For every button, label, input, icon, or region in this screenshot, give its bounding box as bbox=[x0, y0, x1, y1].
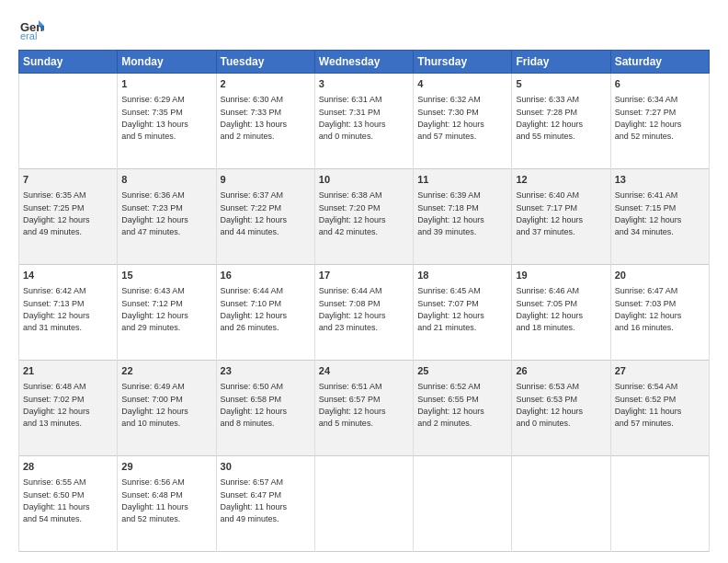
calendar-cell: 5Sunrise: 6:33 AM Sunset: 7:28 PM Daylig… bbox=[512, 74, 610, 169]
page-header: Gen eral bbox=[18, 15, 710, 40]
date-number: 14 bbox=[23, 269, 113, 282]
calendar-cell: 8Sunrise: 6:36 AM Sunset: 7:23 PM Daylig… bbox=[118, 169, 216, 265]
date-number: 23 bbox=[221, 364, 311, 378]
date-number: 2 bbox=[221, 77, 311, 91]
svg-text:eral: eral bbox=[20, 30, 37, 40]
cell-details: Sunrise: 6:55 AM Sunset: 6:50 PM Dayligh… bbox=[23, 477, 90, 523]
date-number: 4 bbox=[417, 77, 507, 91]
logo: Gen eral bbox=[18, 15, 48, 40]
calendar-cell bbox=[610, 456, 709, 552]
cell-details: Sunrise: 6:54 AM Sunset: 6:52 PM Dayligh… bbox=[615, 382, 682, 428]
date-number: 22 bbox=[121, 364, 211, 378]
calendar-cell: 26Sunrise: 6:53 AM Sunset: 6:53 PM Dayli… bbox=[512, 361, 610, 456]
date-number: 1 bbox=[121, 77, 211, 91]
calendar-cell bbox=[414, 456, 512, 552]
calendar-cell bbox=[19, 74, 118, 169]
calendar-cell: 29Sunrise: 6:56 AM Sunset: 6:48 PM Dayli… bbox=[118, 456, 216, 552]
cell-details: Sunrise: 6:34 AM Sunset: 7:27 PM Dayligh… bbox=[615, 95, 682, 141]
calendar-cell: 9Sunrise: 6:37 AM Sunset: 7:22 PM Daylig… bbox=[216, 169, 314, 265]
calendar-cell: 7Sunrise: 6:35 AM Sunset: 7:25 PM Daylig… bbox=[19, 169, 118, 265]
date-number: 29 bbox=[121, 460, 211, 474]
calendar-cell: 19Sunrise: 6:46 AM Sunset: 7:05 PM Dayli… bbox=[512, 265, 610, 361]
col-header-wednesday: Wednesday bbox=[314, 51, 413, 74]
calendar-cell: 25Sunrise: 6:52 AM Sunset: 6:55 PM Dayli… bbox=[414, 361, 512, 456]
date-number: 9 bbox=[221, 173, 311, 187]
cell-details: Sunrise: 6:37 AM Sunset: 7:22 PM Dayligh… bbox=[221, 190, 288, 236]
cell-details: Sunrise: 6:57 AM Sunset: 6:47 PM Dayligh… bbox=[221, 477, 288, 523]
date-number: 5 bbox=[516, 77, 606, 91]
cell-details: Sunrise: 6:40 AM Sunset: 7:17 PM Dayligh… bbox=[516, 190, 583, 236]
cell-details: Sunrise: 6:33 AM Sunset: 7:28 PM Dayligh… bbox=[516, 95, 583, 141]
calendar-cell: 10Sunrise: 6:38 AM Sunset: 7:20 PM Dayli… bbox=[314, 169, 413, 265]
cell-details: Sunrise: 6:46 AM Sunset: 7:05 PM Dayligh… bbox=[516, 286, 583, 332]
cell-details: Sunrise: 6:43 AM Sunset: 7:12 PM Dayligh… bbox=[121, 286, 188, 332]
calendar-cell: 20Sunrise: 6:47 AM Sunset: 7:03 PM Dayli… bbox=[610, 265, 709, 361]
week-row-4: 21Sunrise: 6:48 AM Sunset: 7:02 PM Dayli… bbox=[19, 361, 710, 456]
calendar-cell: 3Sunrise: 6:31 AM Sunset: 7:31 PM Daylig… bbox=[314, 74, 413, 169]
calendar-cell: 23Sunrise: 6:50 AM Sunset: 6:58 PM Dayli… bbox=[216, 361, 314, 456]
cell-details: Sunrise: 6:41 AM Sunset: 7:15 PM Dayligh… bbox=[615, 190, 682, 236]
week-row-3: 14Sunrise: 6:42 AM Sunset: 7:13 PM Dayli… bbox=[19, 265, 710, 361]
cell-details: Sunrise: 6:38 AM Sunset: 7:20 PM Dayligh… bbox=[319, 190, 386, 236]
date-number: 25 bbox=[417, 364, 507, 378]
calendar-cell: 18Sunrise: 6:45 AM Sunset: 7:07 PM Dayli… bbox=[414, 265, 512, 361]
col-header-friday: Friday bbox=[512, 51, 610, 74]
date-number: 12 bbox=[516, 173, 606, 187]
cell-details: Sunrise: 6:51 AM Sunset: 6:57 PM Dayligh… bbox=[319, 382, 386, 428]
calendar-cell: 1Sunrise: 6:29 AM Sunset: 7:35 PM Daylig… bbox=[118, 74, 216, 169]
week-row-1: 1Sunrise: 6:29 AM Sunset: 7:35 PM Daylig… bbox=[19, 74, 710, 169]
col-header-thursday: Thursday bbox=[414, 51, 512, 74]
cell-details: Sunrise: 6:52 AM Sunset: 6:55 PM Dayligh… bbox=[417, 382, 484, 428]
cell-details: Sunrise: 6:32 AM Sunset: 7:30 PM Dayligh… bbox=[417, 95, 484, 141]
calendar-cell: 24Sunrise: 6:51 AM Sunset: 6:57 PM Dayli… bbox=[314, 361, 413, 456]
calendar-table: SundayMondayTuesdayWednesdayThursdayFrid… bbox=[18, 50, 710, 552]
cell-details: Sunrise: 6:39 AM Sunset: 7:18 PM Dayligh… bbox=[417, 190, 484, 236]
date-number: 28 bbox=[23, 460, 113, 474]
date-number: 10 bbox=[319, 173, 409, 187]
date-number: 8 bbox=[121, 173, 211, 187]
calendar-cell: 30Sunrise: 6:57 AM Sunset: 6:47 PM Dayli… bbox=[216, 456, 314, 552]
cell-details: Sunrise: 6:50 AM Sunset: 6:58 PM Dayligh… bbox=[221, 382, 288, 428]
cell-details: Sunrise: 6:44 AM Sunset: 7:10 PM Dayligh… bbox=[221, 286, 288, 332]
logo-icon: Gen eral bbox=[18, 15, 44, 40]
date-number: 24 bbox=[319, 364, 409, 378]
calendar-cell: 22Sunrise: 6:49 AM Sunset: 7:00 PM Dayli… bbox=[118, 361, 216, 456]
date-number: 30 bbox=[221, 460, 311, 474]
header-row: SundayMondayTuesdayWednesdayThursdayFrid… bbox=[19, 51, 710, 74]
date-number: 11 bbox=[417, 173, 507, 187]
calendar-cell: 28Sunrise: 6:55 AM Sunset: 6:50 PM Dayli… bbox=[19, 456, 118, 552]
calendar-cell bbox=[512, 456, 610, 552]
date-number: 3 bbox=[319, 77, 409, 91]
calendar-body: 1Sunrise: 6:29 AM Sunset: 7:35 PM Daylig… bbox=[19, 74, 710, 552]
calendar-cell: 21Sunrise: 6:48 AM Sunset: 7:02 PM Dayli… bbox=[19, 361, 118, 456]
cell-details: Sunrise: 6:47 AM Sunset: 7:03 PM Dayligh… bbox=[615, 286, 682, 332]
col-header-monday: Monday bbox=[118, 51, 216, 74]
calendar-cell: 2Sunrise: 6:30 AM Sunset: 7:33 PM Daylig… bbox=[216, 74, 314, 169]
date-number: 18 bbox=[417, 269, 507, 282]
cell-details: Sunrise: 6:49 AM Sunset: 7:00 PM Dayligh… bbox=[121, 382, 188, 428]
cell-details: Sunrise: 6:31 AM Sunset: 7:31 PM Dayligh… bbox=[319, 95, 386, 141]
cell-details: Sunrise: 6:53 AM Sunset: 6:53 PM Dayligh… bbox=[516, 382, 583, 428]
date-number: 27 bbox=[615, 364, 705, 378]
cell-details: Sunrise: 6:56 AM Sunset: 6:48 PM Dayligh… bbox=[121, 477, 188, 523]
date-number: 17 bbox=[319, 269, 409, 282]
cell-details: Sunrise: 6:45 AM Sunset: 7:07 PM Dayligh… bbox=[417, 286, 484, 332]
cell-details: Sunrise: 6:36 AM Sunset: 7:23 PM Dayligh… bbox=[121, 190, 188, 236]
cell-details: Sunrise: 6:48 AM Sunset: 7:02 PM Dayligh… bbox=[23, 382, 90, 428]
date-number: 19 bbox=[516, 269, 606, 282]
date-number: 7 bbox=[23, 173, 113, 187]
week-row-2: 7Sunrise: 6:35 AM Sunset: 7:25 PM Daylig… bbox=[19, 169, 710, 265]
date-number: 6 bbox=[615, 77, 705, 91]
calendar-cell: 11Sunrise: 6:39 AM Sunset: 7:18 PM Dayli… bbox=[414, 169, 512, 265]
date-number: 26 bbox=[516, 364, 606, 378]
calendar-cell: 12Sunrise: 6:40 AM Sunset: 7:17 PM Dayli… bbox=[512, 169, 610, 265]
col-header-tuesday: Tuesday bbox=[216, 51, 314, 74]
calendar-cell: 4Sunrise: 6:32 AM Sunset: 7:30 PM Daylig… bbox=[414, 74, 512, 169]
calendar-cell: 14Sunrise: 6:42 AM Sunset: 7:13 PM Dayli… bbox=[19, 265, 118, 361]
calendar-header: SundayMondayTuesdayWednesdayThursdayFrid… bbox=[19, 51, 710, 74]
date-number: 15 bbox=[121, 269, 211, 282]
cell-details: Sunrise: 6:35 AM Sunset: 7:25 PM Dayligh… bbox=[23, 190, 90, 236]
cell-details: Sunrise: 6:42 AM Sunset: 7:13 PM Dayligh… bbox=[23, 286, 90, 332]
calendar-cell: 16Sunrise: 6:44 AM Sunset: 7:10 PM Dayli… bbox=[216, 265, 314, 361]
calendar-cell bbox=[314, 456, 413, 552]
